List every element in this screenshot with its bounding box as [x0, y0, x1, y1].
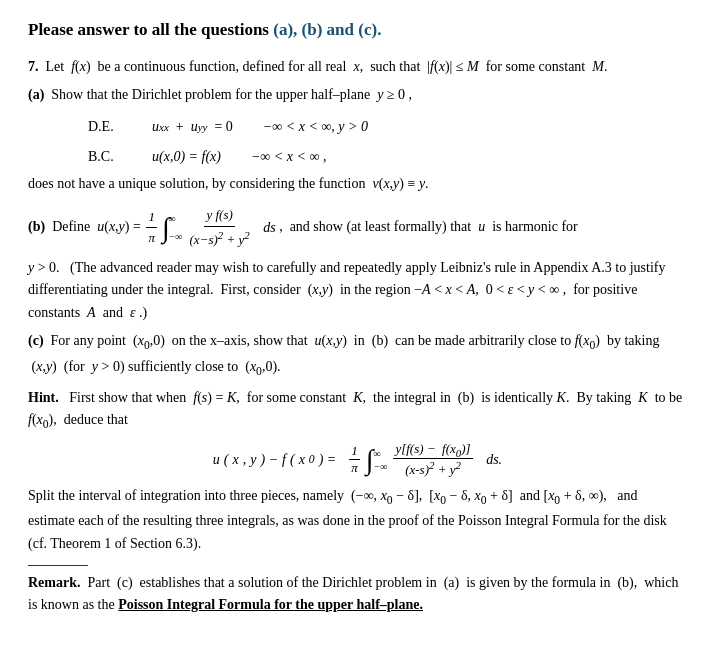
de-block: D.E. uxx + uyy = 0 −∞ < x < ∞, y > 0 B.C…: [88, 113, 687, 171]
one-over-pi: 1 π: [146, 207, 157, 250]
bc-equation: u(x,0) = f(x): [152, 143, 221, 171]
poisson-formula-name: Poisson Integral Formula for the upper h…: [118, 597, 423, 612]
divider: [28, 565, 88, 566]
formula-integrand: y[f(s) − f(x0)] (x-s)2 + y2: [393, 441, 472, 479]
hint-label: Hint.: [28, 390, 59, 405]
hint-formula: u(x, y) − f(x0) = 1 π ∫ ∞ −∞ y[f(s) − f(…: [28, 441, 687, 479]
bc-domain: −∞ < x < ∞ ,: [251, 143, 327, 171]
part-b-intro: (b) Define u(x,y) = 1 π ∫ ∞ −∞ y f(s) (x…: [28, 205, 687, 251]
integrand-frac: y f(s) (x−s)2 + y2: [187, 205, 251, 251]
split-text: Split the interval of integration into t…: [28, 485, 687, 555]
remark-text: Remark. Part (c) establishes that a solu…: [28, 572, 687, 617]
de-domain: −∞ < x < ∞, y > 0: [263, 113, 368, 141]
de-equation: uxx + uyy = 0: [152, 113, 233, 141]
remark-label: Remark.: [28, 575, 81, 590]
part-b-y-text: y > 0. (The advanced reader may wish to …: [28, 257, 687, 324]
part-a-intro: (a) Show that the Dirichlet problem for …: [28, 84, 687, 106]
title-colored: (a), (b) and (c).: [273, 20, 381, 39]
part-c-text: (c) For any point (x0,0) on the x–axis, …: [28, 330, 687, 381]
formula-frac: 1 π: [349, 443, 360, 476]
page-title: Please answer to all the questions (a), …: [28, 18, 687, 42]
part-a-label: (a): [28, 87, 44, 102]
part-c-label: (c): [28, 333, 44, 348]
formula-integral: ∫: [366, 446, 374, 474]
bc-line: B.C. u(x,0) = f(x) −∞ < x < ∞ ,: [88, 143, 687, 171]
hint-text: Hint. First show that when f(s) = K, for…: [28, 387, 687, 435]
title-prefix: Please answer to all the questions: [28, 20, 273, 39]
part-a-conclusion: does not have a unique solution, by cons…: [28, 173, 687, 195]
de-label: D.E.: [88, 113, 122, 141]
bc-label: B.C.: [88, 143, 122, 171]
problem-intro: 7. Let f(x) be a continuous function, de…: [28, 56, 687, 78]
de-line: D.E. uxx + uyy = 0 −∞ < x < ∞, y > 0: [88, 113, 687, 141]
part-b-label: (b): [28, 219, 45, 234]
problem-number: 7.: [28, 59, 39, 74]
